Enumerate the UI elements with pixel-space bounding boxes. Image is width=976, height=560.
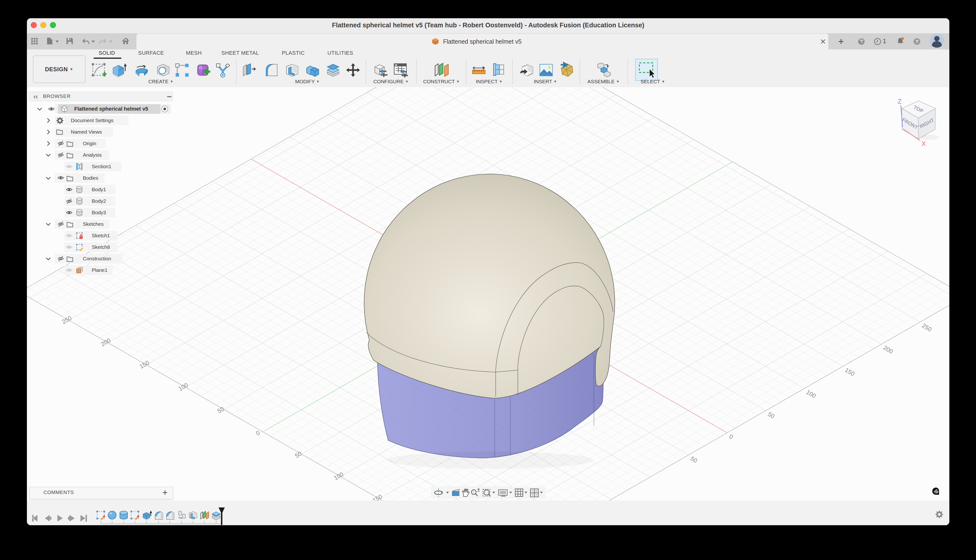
svg-text:X: X: [921, 140, 926, 147]
svg-text:?: ?: [916, 38, 919, 44]
svg-text:Z: Z: [898, 98, 902, 105]
